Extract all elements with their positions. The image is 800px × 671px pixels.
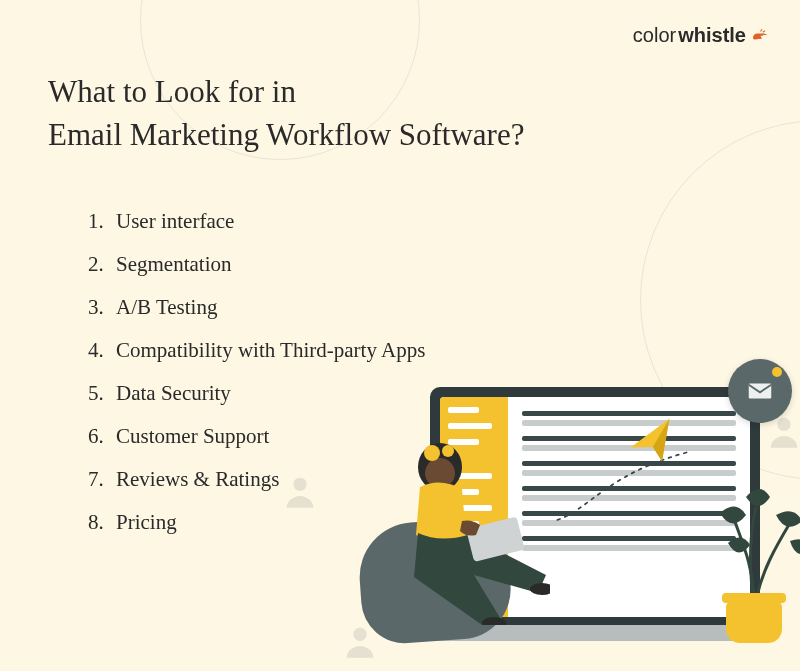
svg-point-1 [353, 628, 366, 641]
person-with-laptop [370, 425, 550, 625]
svg-point-2 [777, 418, 790, 431]
hero-illustration [320, 291, 800, 671]
svg-point-7 [442, 445, 454, 457]
list-text: Segmentation [116, 243, 231, 286]
person-silhouette-icon [280, 471, 320, 511]
title-line-2: Email Marketing Workflow Software? [48, 117, 524, 152]
logo-text-light: color [633, 24, 676, 47]
list-text: A/B Testing [116, 286, 217, 329]
plant-pot [726, 601, 782, 643]
title-line-1: What to Look for in [48, 74, 296, 109]
list-number: 5. [88, 372, 110, 415]
whistle-icon [750, 27, 768, 45]
list-item: 1.User interface [88, 200, 425, 243]
logo-text-bold: whistle [678, 24, 746, 47]
list-text: Reviews & Ratings [116, 458, 279, 501]
list-number: 3. [88, 286, 110, 329]
list-item: 2.Segmentation [88, 243, 425, 286]
list-number: 7. [88, 458, 110, 501]
list-number: 4. [88, 329, 110, 372]
list-text: User interface [116, 200, 234, 243]
list-text: Pricing [116, 501, 177, 544]
svg-rect-3 [749, 384, 772, 399]
list-text: Customer Support [116, 415, 269, 458]
svg-point-6 [424, 445, 440, 461]
list-number: 6. [88, 415, 110, 458]
page-title: What to Look for in Email Marketing Work… [48, 70, 524, 157]
list-number: 1. [88, 200, 110, 243]
paper-plane-icon [624, 415, 681, 472]
svg-point-0 [293, 478, 306, 491]
list-number: 2. [88, 243, 110, 286]
list-text: Data Security [116, 372, 231, 415]
potted-plant [698, 463, 800, 643]
brand-logo: colorwhistle [633, 24, 768, 47]
list-number: 8. [88, 501, 110, 544]
